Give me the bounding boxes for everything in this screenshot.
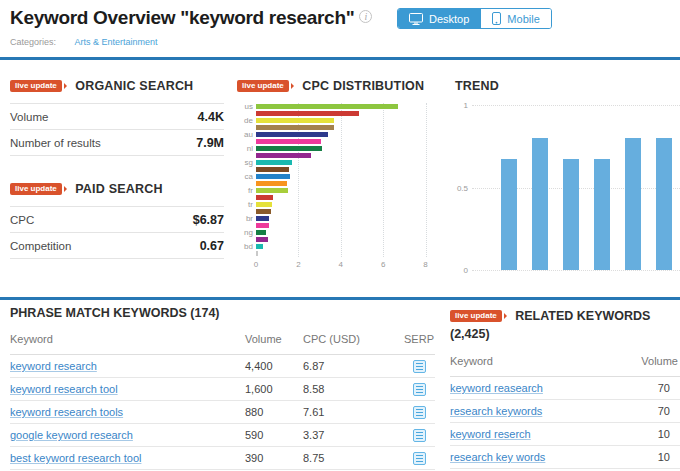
column-header-serp: SERP [403,320,435,355]
table-row: keyword research tools8807.61 [10,401,435,424]
country-label: ca [237,173,253,180]
cpc-distribution-section: live update CPC DISTRIBUTION usdeaunlsgc… [237,76,440,270]
table-row: Number of results 7.9M [10,130,224,156]
cpc-bar-row: br [237,215,440,222]
trend-bar [656,138,672,270]
cpc-bar-row: us [237,103,440,110]
related-keywords-header: live update RELATED KEYWORDS (2,425) [450,306,680,342]
country-label: nl [237,145,253,152]
trend-bar [501,159,517,270]
cpc-bar [256,125,334,130]
country-label: sg [237,159,253,166]
cpc-bar [256,132,328,137]
desktop-button-label: Desktop [429,13,469,25]
y-tick-label: 0.5 [455,184,468,193]
cpc-bar [256,139,321,144]
cpc-bar [256,174,290,179]
metric-value: 4.4K [198,110,224,124]
cpc-bar [256,188,288,193]
keyword-link[interactable]: keyword research tool [10,383,118,395]
trend-bar [563,159,579,270]
volume-cell: 4,400 [245,355,303,378]
metric-value: $6.87 [193,213,224,227]
table-row: keyword reasearch70 [450,377,680,400]
trend-bar [625,138,641,270]
cpc-bar [256,167,289,172]
cpc-bar-row: nl [237,145,440,152]
keyword-link[interactable]: research key words [450,451,545,463]
country-label: tr [237,201,253,208]
metric-label: Volume [10,111,48,123]
desktop-monitor-icon [409,13,423,25]
cpc-bar [256,216,269,221]
info-icon[interactable]: i [359,10,372,23]
paid-search-header: live update PAID SEARCH [10,179,224,197]
cpc-bar-row: bd [237,243,440,250]
keyword-link[interactable]: research keywords [450,405,542,417]
trend-section: TREND 10.50 [455,76,680,94]
cpc-distribution-chart: usdeaunlsgcafrtrbrngbd [237,103,440,257]
cpc-bar [256,111,359,116]
y-tick-label: 0 [455,266,468,275]
column-header-cpc: CPC (USD) [303,320,403,355]
header: Keyword Overview "keyword research"i Des… [10,7,680,33]
keyword-link[interactable]: best keyword research tool [10,452,141,464]
desktop-button[interactable]: Desktop [398,9,480,28]
serp-list-icon[interactable] [413,383,426,396]
keyword-link[interactable]: keyword reserch [450,428,531,440]
cpc-bar [256,223,269,228]
metric-value: 7.9M [196,136,224,150]
keyword-link[interactable]: keyword reasearch [450,382,543,394]
volume-cell: 590 [245,424,303,447]
table-header-row: Keyword Volume CPC (USD) SERP [10,320,435,355]
page-title: Keyword Overview "keyword research" [10,7,354,28]
trend-bars [501,138,672,270]
keyword-cell: keyword research tool [10,378,245,401]
serp-cell [403,355,435,378]
serp-list-icon[interactable] [413,452,426,465]
cpc-distribution-title: CPC DISTRIBUTION [302,79,424,93]
keyword-cell: keyword research tools [10,401,245,424]
volume-cell: 70 [610,400,680,423]
cpc-bar [256,244,263,249]
keyword-link[interactable]: google keyword research [10,429,133,441]
serp-cell [403,401,435,424]
keyword-link[interactable]: keyword research [10,360,97,372]
table-row: keyword research tool1,6008.58 [10,378,435,401]
x-tick-label: 2 [296,260,300,269]
table-row: Volume 4.4K [10,104,224,130]
live-update-badge: live update [10,80,62,92]
cpc-bar-row [237,152,440,159]
related-keywords-table: Keyword Volume keyword reasearch70resear… [450,342,680,471]
organic-search-title: ORGANIC SEARCH [75,79,193,93]
serp-list-icon[interactable] [413,406,426,419]
cpc-bar [256,104,398,109]
phrase-match-section: PHRASE MATCH KEYWORDS (174) Keyword Volu… [10,306,435,470]
serp-list-icon[interactable] [413,429,426,442]
table-row: best keyword research tool3908.75 [10,447,435,470]
cpc-bar [256,146,322,151]
cpc-cell: 3.37 [303,424,403,447]
related-keywords-section: live update RELATED KEYWORDS (2,425) Key… [450,306,680,471]
cpc-cell: 7.61 [303,401,403,424]
cpc-bar-row [237,124,440,131]
serp-list-icon[interactable] [413,360,426,373]
categories-label: Categories: [10,37,56,47]
mobile-button[interactable]: Mobile [480,9,550,28]
cpc-bar [256,181,287,186]
category-link[interactable]: Arts & Entertainment [75,37,158,47]
cpc-bar-row [237,166,440,173]
metric-label: Number of results [10,137,101,149]
live-update-badge: live update [237,80,289,92]
mobile-phone-icon [492,12,501,25]
keyword-link[interactable]: keyword research tools [10,406,123,418]
keyword-cell: research key words [450,446,610,469]
mobile-button-label: Mobile [507,13,539,25]
cpc-bar [256,251,258,256]
cpc-x-axis-labels: 02468 [237,260,440,270]
serp-cell [403,424,435,447]
live-update-badge: live update [10,183,62,195]
cpc-distribution-header: live update CPC DISTRIBUTION [237,76,440,94]
cpc-bar-row [237,110,440,117]
section-divider [0,297,680,300]
